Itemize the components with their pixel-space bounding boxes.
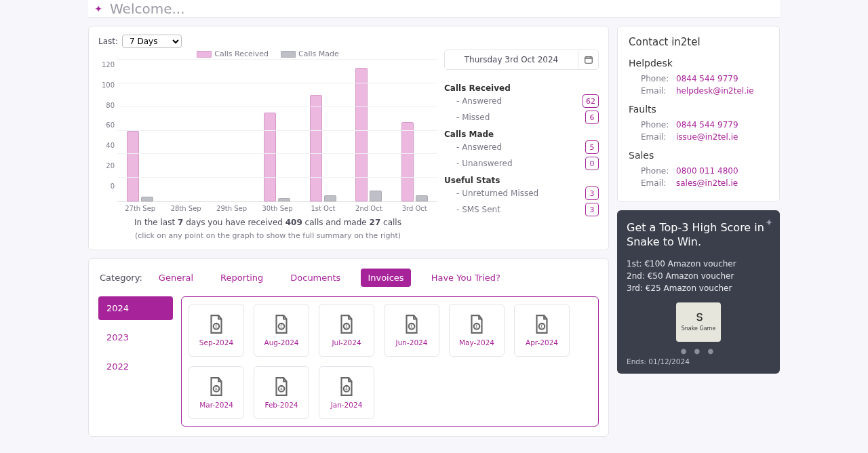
carousel-dots[interactable]: ● ● ● bbox=[627, 347, 770, 355]
topbar: ✦ Welcome... bbox=[88, 0, 780, 18]
svg-text:£: £ bbox=[215, 323, 218, 329]
category-tab[interactable]: Invoices bbox=[361, 269, 410, 287]
category-label: Category: bbox=[100, 273, 142, 283]
contact-section-title: Sales bbox=[629, 150, 768, 161]
svg-text:£: £ bbox=[345, 386, 348, 391]
calls-chart[interactable]: 120100806040200 bbox=[98, 60, 437, 202]
stat-heading: Calls Made bbox=[444, 130, 599, 139]
svg-text:£: £ bbox=[475, 323, 478, 329]
svg-text:£: £ bbox=[280, 386, 283, 391]
stat-badge: 62 bbox=[583, 94, 599, 108]
contact-email[interactable]: helpdesk@in2tel.ie bbox=[676, 86, 754, 96]
snake-game-tile[interactable]: Snake Game bbox=[676, 302, 721, 342]
category-tab[interactable]: General bbox=[152, 269, 200, 287]
stat-row: - SMS Sent3 bbox=[444, 201, 599, 218]
stat-heading: Useful Stats bbox=[444, 176, 599, 185]
promo-ends: Ends: 01/12/2024 bbox=[627, 357, 770, 366]
chart-caption: In the last 7 days you have received 409… bbox=[98, 218, 437, 227]
promo-panel: ✦ Get a Top-3 High Score in Snake to Win… bbox=[617, 210, 780, 374]
stat-badge: 6 bbox=[585, 111, 599, 124]
svg-text:£: £ bbox=[215, 386, 218, 391]
brand-logo-icon: ✦ bbox=[92, 3, 104, 15]
stat-row: - Answered5 bbox=[444, 139, 599, 155]
invoice-item[interactable]: £Jul-2024 bbox=[319, 304, 374, 357]
stats-side: Thursday 3rd Oct 2024 Calls Received- An… bbox=[444, 50, 599, 240]
date-picker: Thursday 3rd Oct 2024 bbox=[444, 50, 599, 70]
date-display[interactable]: Thursday 3rd Oct 2024 bbox=[445, 50, 578, 69]
stat-row: - Unreturned Missed3 bbox=[444, 185, 599, 201]
contact-phone[interactable]: 0800 011 4800 bbox=[676, 166, 738, 176]
invoice-item[interactable]: £May-2024 bbox=[449, 304, 505, 357]
stat-heading: Calls Received bbox=[444, 83, 599, 93]
invoice-item[interactable]: £Jan-2024 bbox=[319, 366, 374, 419]
chart-legend: Calls Received Calls Made bbox=[98, 50, 437, 58]
stat-badge: 3 bbox=[585, 186, 599, 200]
period-select[interactable]: 7 Days bbox=[122, 35, 182, 48]
dashboard-panel: Last: 7 Days Calls Received Calls Made bbox=[88, 26, 609, 250]
contact-email[interactable]: sales@in2tel.ie bbox=[676, 178, 738, 188]
svg-rect-0 bbox=[585, 57, 592, 63]
stat-badge: 5 bbox=[585, 140, 599, 154]
stat-badge: 3 bbox=[585, 203, 599, 216]
invoice-item[interactable]: £Feb-2024 bbox=[254, 366, 309, 419]
page-title: Welcome... bbox=[110, 1, 185, 17]
invoice-item[interactable]: £Mar-2024 bbox=[189, 366, 244, 419]
promo-prize: 2nd: €50 Amazon voucher bbox=[627, 271, 770, 281]
category-tab[interactable]: Reporting bbox=[214, 269, 270, 287]
stat-row: - Unanswered0 bbox=[444, 155, 599, 172]
contact-section-title: Helpdesk bbox=[629, 58, 768, 68]
category-tab[interactable]: Documents bbox=[283, 269, 347, 287]
invoice-item[interactable]: £Apr-2024 bbox=[514, 304, 570, 357]
year-tab[interactable]: 2023 bbox=[98, 326, 173, 349]
chart-subcaption: (click on any point on the graph to show… bbox=[98, 231, 437, 240]
contact-panel: Contact in2tel HelpdeskPhone:0844 544 97… bbox=[617, 26, 780, 202]
invoice-grid: £Sep-2024£Aug-2024£Jul-2024£Jun-2024£May… bbox=[181, 296, 599, 427]
svg-text:£: £ bbox=[280, 323, 283, 329]
promo-logo-icon: ✦ bbox=[765, 217, 773, 228]
year-tab[interactable]: 2024 bbox=[98, 296, 173, 320]
stat-row: - Missed6 bbox=[444, 109, 599, 125]
category-tab[interactable]: Have You Tried? bbox=[425, 269, 507, 287]
invoice-item[interactable]: £Jun-2024 bbox=[384, 304, 439, 357]
last-label: Last: bbox=[98, 37, 118, 46]
stat-badge: 0 bbox=[585, 157, 599, 170]
invoice-item[interactable]: £Sep-2024 bbox=[189, 304, 244, 357]
invoice-item[interactable]: £Aug-2024 bbox=[254, 304, 309, 357]
contact-email[interactable]: issue@in2tel.ie bbox=[676, 132, 738, 142]
contact-section-title: Faults bbox=[629, 104, 768, 115]
promo-prize: 1st: €100 Amazon voucher bbox=[627, 259, 770, 269]
svg-text:£: £ bbox=[540, 323, 543, 329]
contact-phone[interactable]: 0844 544 9779 bbox=[676, 74, 738, 83]
year-list: 202420232022 bbox=[98, 296, 173, 427]
promo-prize: 3rd: €25 Amazon voucher bbox=[627, 283, 770, 293]
categories-panel: Category: GeneralReportingDocumentsInvoi… bbox=[88, 258, 609, 437]
calendar-icon[interactable] bbox=[578, 50, 598, 69]
year-tab[interactable]: 2022 bbox=[98, 355, 173, 378]
contact-phone[interactable]: 0844 544 9779 bbox=[676, 120, 738, 130]
svg-text:£: £ bbox=[345, 323, 348, 329]
promo-title: Get a Top-3 High Score in Snake to Win. bbox=[627, 221, 770, 250]
stat-row: - Answered62 bbox=[444, 93, 599, 109]
contact-title: Contact in2tel bbox=[629, 36, 768, 48]
svg-text:£: £ bbox=[410, 323, 413, 329]
